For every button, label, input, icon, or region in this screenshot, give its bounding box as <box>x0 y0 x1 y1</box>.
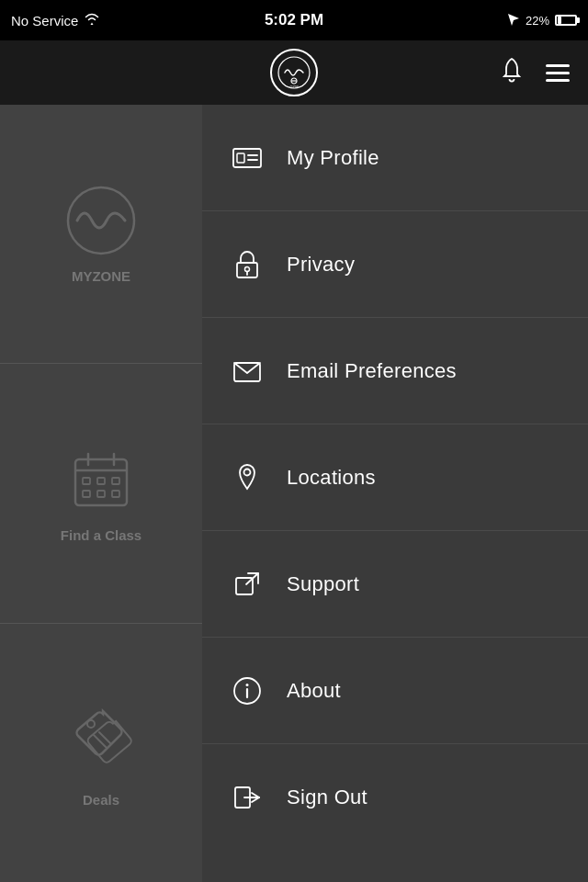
envelope-icon <box>230 354 265 389</box>
battery-icon <box>555 15 577 26</box>
app-logo: GYM <box>270 49 318 96</box>
svg-rect-10 <box>97 478 105 484</box>
deals-panel[interactable]: Deals <box>0 624 202 882</box>
menu-item-my-profile[interactable]: My Profile <box>202 105 588 211</box>
myzone-icon <box>64 184 138 261</box>
menu-item-support[interactable]: Support <box>202 531 588 638</box>
location-arrow-icon <box>507 13 520 28</box>
info-circle-icon <box>230 673 265 708</box>
support-label: Support <box>287 572 359 596</box>
about-label: About <box>287 679 341 703</box>
privacy-label: Privacy <box>287 253 355 277</box>
hamburger-line-3 <box>546 79 570 82</box>
no-service-text: No Service <box>11 13 78 28</box>
find-class-panel[interactable]: Find a Class <box>0 364 202 623</box>
calendar-icon <box>64 443 138 520</box>
hamburger-line-2 <box>546 72 570 74</box>
svg-point-26 <box>244 469 251 475</box>
svg-rect-13 <box>97 491 105 497</box>
battery-percent: 22% <box>526 14 549 28</box>
menu-item-privacy[interactable]: Privacy <box>202 211 588 318</box>
myzone-panel[interactable]: MYZONE <box>0 105 202 364</box>
main-content: MYZONE Find a Class <box>0 105 588 882</box>
my-profile-label: My Profile <box>287 146 379 170</box>
svg-point-15 <box>87 720 95 728</box>
sign-out-label: Sign Out <box>287 786 368 809</box>
nav-bar: GYM <box>0 40 588 105</box>
nav-actions <box>500 57 570 88</box>
menu-item-locations[interactable]: Locations <box>202 424 588 531</box>
wifi-icon <box>84 12 100 28</box>
find-class-label: Find a Class <box>61 527 141 543</box>
menu-item-about[interactable]: About <box>202 638 588 744</box>
deals-label: Deals <box>83 792 119 808</box>
svg-rect-9 <box>83 478 90 484</box>
notifications-icon[interactable] <box>500 57 524 88</box>
svg-text:GYM: GYM <box>289 85 298 89</box>
hamburger-line-1 <box>546 64 570 67</box>
status-bar: No Service 5:02 PM 22% <box>0 0 588 40</box>
left-panels: MYZONE Find a Class <box>0 105 202 882</box>
email-preferences-label: Email Preferences <box>287 359 457 383</box>
svg-rect-11 <box>112 478 119 484</box>
menu-item-email-preferences[interactable]: Email Preferences <box>202 318 588 424</box>
hamburger-menu-icon[interactable] <box>546 64 570 82</box>
map-pin-icon <box>230 460 265 495</box>
external-link-icon <box>230 567 265 602</box>
deals-icon <box>60 698 142 785</box>
svg-point-31 <box>246 684 249 686</box>
svg-rect-14 <box>112 491 119 497</box>
lock-icon <box>230 247 265 282</box>
locations-label: Locations <box>287 466 376 490</box>
myzone-label: MYZONE <box>72 268 130 284</box>
menu-item-sign-out[interactable]: Sign Out <box>202 744 588 851</box>
drawer-menu: My Profile Privacy Email P <box>202 105 588 882</box>
status-right: 22% <box>507 13 577 28</box>
id-card-icon <box>230 141 265 175</box>
status-time: 5:02 PM <box>265 11 323 29</box>
svg-rect-12 <box>83 491 90 497</box>
sign-out-icon <box>230 780 265 815</box>
svg-rect-19 <box>237 153 244 163</box>
status-left: No Service <box>11 12 100 28</box>
